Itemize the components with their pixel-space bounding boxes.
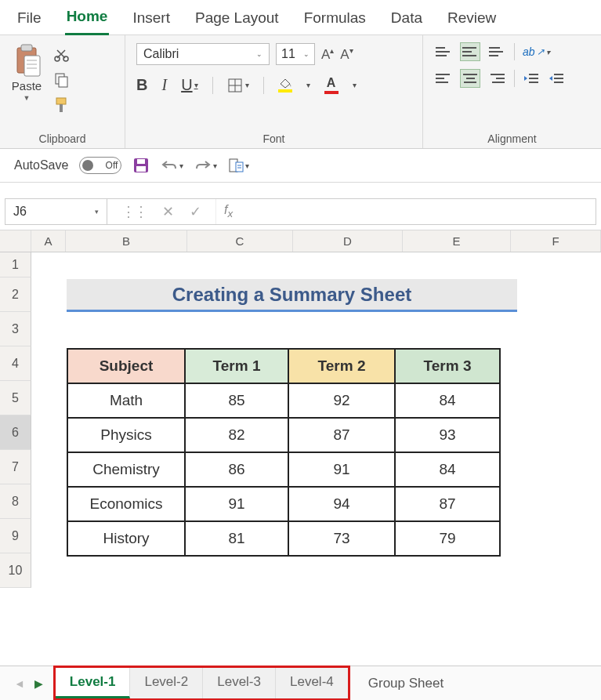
tab-file[interactable]: File [16,8,43,34]
header-term2[interactable]: Term 2 [288,349,395,383]
cell[interactable]: 73 [288,521,395,556]
italic-button[interactable]: I [161,76,167,94]
align-top-button[interactable] [434,43,453,60]
col-header-a[interactable]: A [31,230,66,252]
font-name-select[interactable]: Calibri⌄ [136,43,270,65]
orientation-button[interactable]: ab↗▾ [523,45,550,58]
name-box[interactable]: J6 ▾ [5,199,107,224]
table-row: History817379 [67,521,500,556]
row-header-4[interactable]: 4 [0,346,31,381]
row-header-2[interactable]: 2 [0,277,31,312]
fill-color-button[interactable] [278,78,292,92]
col-header-f[interactable]: F [511,230,601,252]
col-header-d[interactable]: D [293,230,403,252]
decrease-font-button[interactable]: A▾ [340,46,353,63]
cell[interactable]: Economics [67,487,185,521]
font-size-select[interactable]: 11⌄ [276,43,315,65]
decrease-indent-button[interactable] [523,71,540,85]
cell[interactable]: 81 [185,521,288,556]
underline-button[interactable]: U▾ [181,76,197,94]
chevron-down-icon: ▾ [546,48,550,56]
row-header-7[interactable]: 7 [0,450,31,484]
cell[interactable]: History [67,521,185,556]
cell[interactable]: 93 [395,418,500,452]
header-term1[interactable]: Term 1 [185,349,288,383]
increase-font-button[interactable]: A▴ [321,46,334,63]
form-icon [228,158,244,173]
format-painter-button[interactable] [53,96,71,114]
copy-button[interactable] [53,71,71,89]
cell[interactable]: 87 [395,487,500,521]
align-right-button[interactable] [487,70,506,87]
redo-button[interactable]: ▾ [194,158,217,172]
cell[interactable]: 94 [288,487,395,521]
chevron-down-icon[interactable]: ▼ [24,94,31,102]
col-header-b[interactable]: B [66,230,187,252]
table-row: Math859284 [67,383,500,418]
row-header-8[interactable]: 8 [0,484,31,519]
align-middle-button[interactable] [461,43,480,60]
increase-indent-button[interactable] [548,71,565,85]
group-label-clipboard: Clipboard [11,128,114,145]
align-center-button[interactable] [461,70,480,87]
paste-button[interactable]: Paste ▼ [11,43,42,102]
save-button[interactable] [132,157,150,174]
tab-page-layout[interactable]: Page Layout [194,8,281,34]
col-header-e[interactable]: E [403,230,511,252]
cancel-formula-button[interactable]: ✕ [162,203,174,220]
cell[interactable]: 86 [185,452,288,487]
underline-label: U [181,76,192,94]
name-box-value: J6 [13,205,27,219]
row-header-1[interactable]: 1 [0,252,31,277]
sheet-tab-level4[interactable]: Level-4 [276,668,348,698]
sheet-tab-level1[interactable]: Level-1 [56,668,131,698]
col-header-c[interactable]: C [187,230,293,252]
cell[interactable]: 92 [288,383,395,418]
chevron-down-icon[interactable]: ▾ [353,81,357,89]
enter-formula-button[interactable]: ✓ [190,203,201,220]
cell[interactable]: 82 [185,418,288,452]
tab-review[interactable]: Review [446,8,498,34]
sheet-tab-level2[interactable]: Level-2 [130,668,203,698]
cut-button[interactable] [53,46,71,63]
cell[interactable]: 84 [395,383,500,418]
align-left-button[interactable] [434,70,453,87]
borders-button[interactable]: ▾ [227,78,249,93]
tab-data[interactable]: Data [389,8,424,34]
cell[interactable]: Math [67,383,185,418]
cell[interactable]: Chemistry [67,452,185,487]
fx-icon[interactable]: fx [216,203,241,219]
align-bottom-button[interactable] [487,43,506,60]
cell[interactable]: 91 [185,487,288,521]
cells-area[interactable]: Creating a Summary Sheet Subject Term 1 … [31,252,601,621]
sheet-prev-button[interactable]: ◄ [14,677,25,690]
row-header-3[interactable]: 3 [0,312,31,346]
cell[interactable]: 79 [395,521,500,556]
autosave-toggle[interactable]: Off [79,157,121,174]
cell[interactable]: 87 [288,418,395,452]
form-button[interactable]: ▾ [228,158,249,173]
tab-formulas[interactable]: Formulas [302,8,367,34]
cell[interactable]: 84 [395,452,500,487]
header-term3[interactable]: Term 3 [395,349,500,383]
cell[interactable]: 91 [288,452,395,487]
tool-dots-icon[interactable]: ⋮⋮ [121,203,147,220]
row-header-10[interactable]: 10 [0,553,31,588]
undo-button[interactable]: ▾ [161,158,183,172]
sheet-tab-level3[interactable]: Level-3 [203,668,276,698]
font-color-button[interactable]: A [324,76,339,94]
header-subject[interactable]: Subject [67,349,185,383]
row-header-9[interactable]: 9 [0,519,31,553]
sheet-tab-group-sheet[interactable]: Group Sheet [354,669,458,698]
tab-home[interactable]: Home [65,6,110,35]
sheet-next-button[interactable]: ▶ [34,677,43,690]
select-all-corner[interactable] [0,230,31,252]
cell[interactable]: 85 [185,383,288,418]
row-header-5[interactable]: 5 [0,381,31,415]
row-header-6[interactable]: 6 [0,415,31,450]
tab-insert[interactable]: Insert [131,8,172,34]
cell[interactable]: Physics [67,418,185,452]
chevron-down-icon[interactable]: ▾ [306,81,310,89]
chevron-down-icon: ⌄ [256,50,262,58]
bold-button[interactable]: B [136,76,147,94]
